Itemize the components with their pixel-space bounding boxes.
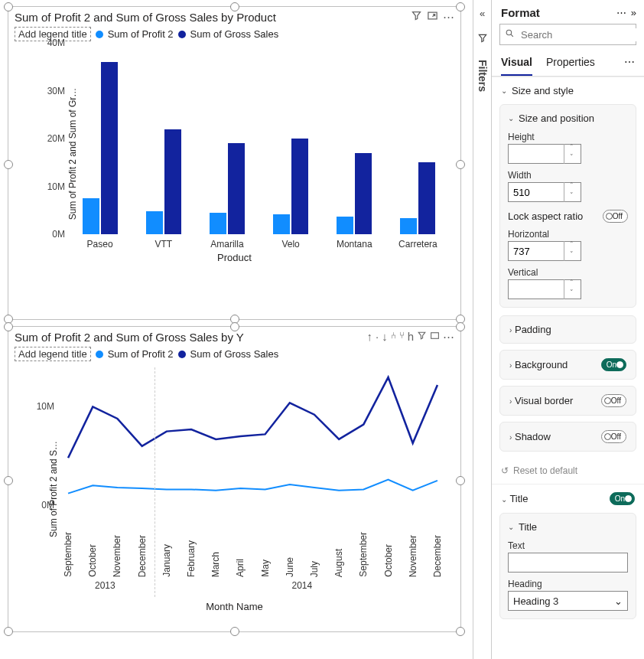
- vertical-input[interactable]: ˄˅: [508, 279, 581, 299]
- bar-chart-visual[interactable]: Sum of Profit 2 and Sum of Gross Sales b…: [8, 6, 461, 320]
- filters-pane-collapsed[interactable]: « Filters: [473, 0, 491, 659]
- horizontal-input[interactable]: ˄˅: [508, 241, 581, 261]
- heading-select[interactable]: Heading 3 ⌄: [508, 591, 628, 611]
- drill-up-icon[interactable]: ↑: [366, 330, 372, 344]
- lock-aspect-toggle[interactable]: Off: [603, 210, 628, 223]
- step-down-icon[interactable]: ˅: [564, 192, 579, 202]
- format-search-input[interactable]: [519, 28, 644, 41]
- legend-label: Sum of Gross Sales: [190, 348, 279, 360]
- svg-rect-1: [431, 333, 439, 339]
- chevron-right-icon: ›: [509, 326, 512, 334]
- width-input[interactable]: ˄˅: [508, 182, 581, 202]
- format-title: Format: [501, 6, 612, 19]
- chevron-right-icon: ›: [509, 433, 512, 442]
- chevron-down-icon: ⌄: [501, 86, 507, 95]
- section-visual-border[interactable]: › Visual border Off: [499, 386, 636, 416]
- filters-label: Filters: [476, 60, 489, 92]
- x-axis-label: Month Name: [8, 601, 460, 612]
- label-horizontal: Horizontal: [508, 229, 628, 240]
- bar-chart-title: Sum of Profit 2 and Sum of Gross Sales b…: [15, 11, 411, 24]
- legend-swatch-profit: [96, 31, 103, 38]
- expand-all-icon[interactable]: ⑂: [399, 330, 405, 344]
- legend-swatch-gross: [178, 351, 186, 358]
- more-options-icon[interactable]: ⋯: [616, 7, 626, 18]
- label-vertical: Vertical: [508, 267, 628, 278]
- line-chart-visual[interactable]: Sum of Profit 2 and Sum of Gross Sales b…: [8, 326, 461, 632]
- search-icon: [505, 28, 515, 41]
- section-title[interactable]: ⌄ Title On: [492, 484, 644, 513]
- focus-mode-icon[interactable]: [427, 10, 438, 24]
- svg-rect-0: [428, 12, 437, 19]
- step-down-icon[interactable]: ˅: [564, 154, 579, 164]
- card-title: ⌄ Title Text Heading Heading 3 ⌄: [499, 513, 636, 619]
- more-options-icon[interactable]: ⋯: [443, 330, 454, 344]
- label-width: Width: [508, 170, 628, 181]
- bar-chart-plot: Sum of Profit 2 and Sum of Gr… 40M30M20M…: [8, 43, 460, 265]
- expand-next-icon[interactable]: ⑃: [391, 330, 396, 344]
- step-down-icon[interactable]: ˅: [564, 289, 579, 299]
- chevron-down-icon: ⌄: [508, 114, 514, 122]
- filter-icon[interactable]: [477, 33, 488, 46]
- drill-down-icon[interactable]: ↓: [382, 330, 388, 344]
- format-search[interactable]: [499, 24, 636, 45]
- more-options-icon[interactable]: ⋯: [624, 51, 635, 76]
- tab-visual[interactable]: Visual: [501, 51, 532, 76]
- report-canvas[interactable]: Sum of Profit 2 and Sum of Gross Sales b…: [0, 0, 473, 659]
- line-chart-title: Sum of Profit 2 and Sum of Gross Sales b…: [15, 331, 366, 344]
- filter-icon[interactable]: [411, 10, 422, 24]
- section-size-style[interactable]: ⌄ Size and style: [492, 77, 644, 104]
- reset-to-default[interactable]: ↺Reset to default: [492, 458, 644, 484]
- legend-label: Sum of Gross Sales: [190, 28, 279, 40]
- expand-filters-icon[interactable]: «: [480, 8, 485, 19]
- legend-label: Sum of Profit 2: [108, 28, 174, 40]
- legend-swatch-profit: [96, 351, 103, 358]
- height-input[interactable]: ˄˅: [508, 144, 581, 164]
- label-height: Height: [508, 132, 628, 142]
- card-size-position: ⌄ Size and position Height ˄˅ Width ˄˅ L…: [499, 104, 636, 308]
- format-pane: Format ⋯ » Visual Properties ⋯ ⌄ Size an…: [491, 0, 644, 659]
- more-options-icon[interactable]: ⋯: [443, 10, 454, 24]
- section-padding[interactable]: › Padding: [499, 315, 636, 344]
- title-toggle[interactable]: On: [610, 492, 635, 505]
- step-down-icon[interactable]: ˅: [564, 251, 579, 261]
- legend-swatch-gross: [178, 31, 186, 38]
- chevron-right-icon: ›: [509, 397, 512, 406]
- svg-point-2: [506, 30, 512, 35]
- background-toggle[interactable]: On: [601, 358, 626, 371]
- filter-icon[interactable]: [417, 330, 427, 344]
- hierarchy-icon[interactable]: h: [408, 330, 414, 344]
- x-axis-label: Product: [8, 252, 460, 263]
- chevron-right-icon: ›: [509, 361, 512, 370]
- section-background[interactable]: › Background On: [499, 350, 636, 380]
- drill-toggle-icon[interactable]: ·: [376, 330, 379, 344]
- tab-properties[interactable]: Properties: [546, 51, 595, 76]
- label-heading: Heading: [508, 579, 628, 589]
- subsection-title[interactable]: ⌄ Title: [508, 521, 628, 533]
- title-text-input[interactable]: [508, 553, 628, 573]
- shadow-toggle[interactable]: Off: [601, 430, 626, 443]
- line-chart-plot: Sum of Profit 2 and S… 10M0M SeptemberOc…: [8, 363, 460, 615]
- chevron-down-icon: ⌄: [508, 523, 514, 531]
- legend-title-input[interactable]: Add legend title: [15, 347, 91, 361]
- subsection-size-position[interactable]: ⌄ Size and position: [508, 113, 628, 124]
- legend-label: Sum of Profit 2: [108, 348, 174, 360]
- collapse-pane-icon[interactable]: »: [631, 7, 636, 18]
- label-text: Text: [508, 540, 628, 551]
- reset-icon: ↺: [501, 465, 509, 476]
- section-shadow[interactable]: › Shadow Off: [499, 422, 636, 452]
- chevron-down-icon: ⌄: [614, 595, 623, 607]
- visual-border-toggle[interactable]: Off: [601, 394, 626, 407]
- chevron-down-icon: ⌄: [501, 495, 507, 504]
- label-lock-aspect: Lock aspect ratio: [508, 210, 583, 222]
- focus-mode-icon[interactable]: [430, 330, 440, 344]
